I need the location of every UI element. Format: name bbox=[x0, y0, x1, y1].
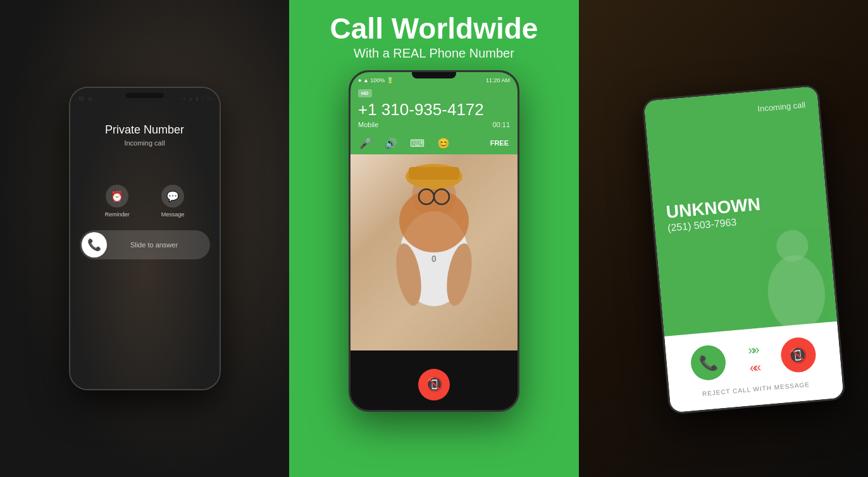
right-panel: Incoming call UNKNOWN (251) 503-7963 📞 »… bbox=[579, 0, 868, 477]
call-duration: 00:11 bbox=[492, 121, 510, 128]
center-panel: Call Worldwide With a REAL Phone Number … bbox=[289, 0, 579, 477]
mute-icon[interactable]: 🎤 bbox=[359, 137, 372, 149]
call-meta: Mobile 00:11 bbox=[358, 121, 510, 128]
action-buttons: ⏰ Reminder 💬 Message bbox=[70, 185, 220, 218]
decline-button[interactable]: 📵 bbox=[779, 336, 817, 374]
person-silhouette: 0 bbox=[371, 158, 497, 347]
slide-to-answer[interactable]: 📞 Slide to answer bbox=[80, 230, 210, 259]
call-number: +1 310-935-4172 bbox=[358, 100, 510, 120]
phone-notch bbox=[126, 93, 164, 98]
message-button[interactable]: 💬 Message bbox=[161, 185, 185, 218]
hang-up-button[interactable]: 📵 bbox=[418, 369, 450, 400]
reminder-button[interactable]: ⏰ Reminder bbox=[105, 185, 130, 218]
phone-center: ● ▲ 100% 🔋 11:20 AM HD +1 310-935-4172 M… bbox=[349, 70, 519, 412]
answer-button[interactable]: 📞 bbox=[690, 344, 728, 382]
right-screen: Incoming call UNKNOWN (251) 503-7963 📞 »… bbox=[643, 86, 843, 412]
call-content: Private Number Incoming call ⏰ Reminder … bbox=[70, 104, 220, 259]
slide-text: Slide to answer bbox=[107, 241, 208, 249]
phone-right: Incoming call UNKNOWN (251) 503-7963 📞 »… bbox=[642, 84, 846, 415]
call-top-bar: ● ▲ 100% 🔋 11:20 AM HD +1 310-935-4172 M… bbox=[350, 72, 518, 132]
answer-phone-icon: 📞 bbox=[87, 238, 101, 252]
incoming-call-label: Incoming call bbox=[757, 100, 805, 114]
hd-badge: HD bbox=[358, 89, 372, 97]
answer-decline-row: 📞 »» «« 📵 bbox=[678, 335, 828, 383]
svg-rect-2 bbox=[409, 167, 459, 180]
call-status: Incoming call bbox=[70, 139, 220, 147]
caller-photo: 0 bbox=[350, 154, 518, 350]
caller-name: Private Number bbox=[70, 123, 220, 137]
answer-chevrons: »» bbox=[747, 342, 757, 357]
call-controls: 🎤 🔊 ⌨ 😊 FREE bbox=[350, 132, 518, 154]
bg-silhouette bbox=[752, 220, 836, 328]
emoji-icon[interactable]: 😊 bbox=[437, 137, 450, 149]
main-headline: Call Worldwide bbox=[330, 13, 538, 45]
message-label: Message bbox=[161, 211, 185, 218]
free-label: FREE bbox=[490, 139, 509, 147]
decline-icon: 📵 bbox=[788, 345, 808, 365]
svg-text:0: 0 bbox=[431, 254, 437, 264]
sub-headline: With a REAL Phone Number bbox=[330, 46, 538, 61]
speaker-icon[interactable]: 🔊 bbox=[385, 137, 397, 149]
keypad-icon[interactable]: ⌨ bbox=[410, 137, 425, 149]
reminder-label: Reminder bbox=[105, 211, 130, 218]
message-icon: 💬 bbox=[161, 185, 184, 208]
phone-left: ☎ ◉ ● ▲ ▮ 7:18 Private Number Incoming c… bbox=[69, 87, 221, 390]
svg-point-12 bbox=[764, 253, 828, 328]
right-bottom-section: 📞 »» «« 📵 REJECT CALL WITH MESSAGE bbox=[664, 321, 844, 412]
center-time: 11:20 AM bbox=[486, 77, 510, 84]
center-notch bbox=[412, 72, 456, 78]
reject-with-message-button[interactable]: REJECT CALL WITH MESSAGE bbox=[702, 381, 810, 397]
slide-handle: 📞 bbox=[82, 232, 107, 257]
hang-up-icon: 📵 bbox=[426, 376, 443, 393]
reminder-icon: ⏰ bbox=[106, 185, 128, 208]
call-type: Mobile bbox=[358, 121, 378, 128]
center-status-icons: ● ▲ 100% 🔋 bbox=[358, 77, 394, 84]
left-panel: ☎ ◉ ● ▲ ▮ 7:18 Private Number Incoming c… bbox=[0, 0, 289, 477]
center-headline: Call Worldwide With a REAL Phone Number bbox=[330, 13, 538, 61]
right-top-section: Incoming call UNKNOWN (251) 503-7963 bbox=[643, 86, 836, 336]
decline-chevrons: «« bbox=[748, 360, 759, 375]
answer-icon: 📞 bbox=[698, 353, 718, 373]
